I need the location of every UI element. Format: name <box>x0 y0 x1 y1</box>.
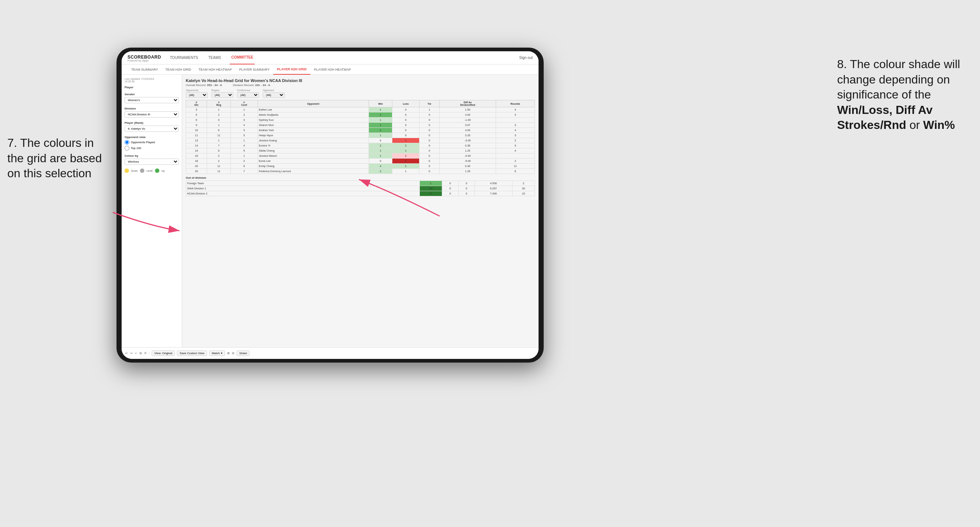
annotation-bold2: Win% <box>923 118 955 132</box>
share-button[interactable]: Share <box>237 351 250 356</box>
table-row: 3 1 1 Esther Lee 1 0 1 1.50 4 <box>186 107 535 113</box>
nav-committee[interactable]: COMMITTEE <box>230 51 255 65</box>
sidebar-player-rank-section: Player (Rank) 8. Katelyn Vo <box>124 121 179 132</box>
view-original-label: View: Original <box>154 352 172 355</box>
filter-region-label: Region <box>212 89 233 92</box>
table-row: NCAA Division 2 5 0 0 7.400 10 <box>186 191 535 196</box>
filter-region-select[interactable]: (All) <box>212 92 233 98</box>
sidebar-colour-by-section: Colour by Win/loss <box>124 154 179 165</box>
colour-label-down: Down <box>131 170 138 172</box>
colour-dot-up <box>155 168 159 173</box>
logo-sub: Powered by clippd <box>127 59 163 62</box>
table-row: 6 3 3 Sydney Kuo 1 0 0 -1.00 <box>186 117 535 123</box>
radio-top100-input[interactable] <box>124 146 129 151</box>
filter-conference-select[interactable]: (All) <box>237 92 259 98</box>
nav-right: Sign out <box>519 56 533 60</box>
tablet-frame: SCOREBOARD Powered by clippd TOURNAMENTS… <box>116 48 544 363</box>
colour-legend: Down Level Up <box>124 168 179 173</box>
th-diff: Diff AvStrokes/Rnd <box>439 100 496 107</box>
sidebar-division-section: Division NCAA Division III <box>124 107 179 117</box>
nav-tournaments[interactable]: TOURNAMENTS <box>169 51 200 65</box>
sub-nav-player-h2h-heatmap[interactable]: PLAYER H2H HEATMAP <box>310 65 355 75</box>
sidebar: Last Updated: 27/03/2024 16:55:38 Player… <box>122 75 182 347</box>
sub-nav: TEAM SUMMARY TEAM H2H GRID TEAM H2H HEAT… <box>122 65 539 75</box>
sidebar-gender-select[interactable]: Women's <box>124 97 179 103</box>
table-row: 16 2 1 Jessica Mason 1 2 0 -0.94 <box>186 154 535 159</box>
toolbar-redo-icon[interactable]: ↪ <box>130 352 133 355</box>
watch-label: Watch <box>212 352 220 355</box>
th-tie: Tie <box>420 100 439 107</box>
nav-links: TOURNAMENTS TEAMS COMMITTEE <box>169 51 520 65</box>
filter-opponent: Opponent (All) <box>262 89 285 98</box>
sub-nav-player-summary[interactable]: PLAYER SUMMARY <box>235 65 273 75</box>
bottom-toolbar: ↩ ↪ ⤺ ⧉ ↺ | View: Original Save Custom V… <box>122 347 539 359</box>
sub-nav-team-summary[interactable]: TEAM SUMMARY <box>127 65 162 75</box>
overall-record: Overall Record: 353 - 34 - 6 <box>186 84 222 87</box>
watch-button[interactable]: Watch ▾ <box>209 351 225 356</box>
toolbar-refresh-icon[interactable]: ↺ <box>144 352 146 355</box>
table-row: 11 11 5 Heejo Hyun 1 0 0 3.33 3 <box>186 133 535 138</box>
th-rounds: Rounds <box>496 100 535 107</box>
sidebar-division-select[interactable]: NCAA Division III <box>124 111 179 117</box>
toolbar-layout-icon[interactable]: ⊟ <box>232 352 234 355</box>
table-row: 18 2 2 Euna Lee 0 1 0 -5.00 2 <box>186 159 535 164</box>
sidebar-player-rank-select[interactable]: 8. Katelyn Vo <box>124 125 179 132</box>
nav-teams[interactable]: TEAMS <box>207 51 223 65</box>
sidebar-division-label: Division <box>124 107 179 110</box>
toolbar-grid-icon[interactable]: ⊞ <box>227 352 230 355</box>
tablet-screen: SCOREBOARD Powered by clippd TOURNAMENTS… <box>122 51 539 359</box>
sub-nav-team-h2h-grid[interactable]: TEAM H2H GRID <box>162 65 195 75</box>
th-opponent: Opponent <box>258 100 369 107</box>
nav-sign-out[interactable]: Sign out <box>519 56 533 60</box>
sidebar-opponent-view-label: Opponent view <box>124 135 179 139</box>
colour-label-up: Up <box>162 170 165 172</box>
th-loss: Loss <box>392 100 420 107</box>
view-original-button[interactable]: View: Original <box>152 351 175 356</box>
th-reg: #Reg <box>207 100 231 107</box>
th-win: Win <box>369 100 392 107</box>
table-row: 14 7 4 Eunice Yi 2 2 0 0.38 9 <box>186 143 535 148</box>
data-table: #Div #Reg #Conf Opponent Win Loss Tie Di… <box>186 100 535 174</box>
toolbar-sep1: | <box>149 352 150 355</box>
colour-dot-level <box>140 168 144 173</box>
table-row: NAIA Division 1 15 0 0 9.267 30 <box>186 186 535 191</box>
top-nav: SCOREBOARD Powered by clippd TOURNAMENTS… <box>122 51 539 65</box>
sub-nav-team-h2h-heatmap[interactable]: TEAM H2H HEATMAP <box>195 65 235 75</box>
save-custom-button[interactable]: Save Custom View <box>177 351 207 356</box>
out-of-division-header: Out of division <box>186 174 535 181</box>
radio-top100[interactable]: Top 100 <box>124 146 179 151</box>
toolbar-undo-icon[interactable]: ↩ <box>125 352 128 355</box>
filter-opponent-label: Opponent <box>262 89 285 92</box>
filter-region: Region (All) <box>212 89 233 98</box>
annotation-left-text: 7. The colours in the grid are based on … <box>7 135 110 181</box>
annotation-right: 8. The colour shade will change dependin… <box>837 57 976 133</box>
filter-opponent-select[interactable]: (All) <box>262 92 285 98</box>
toolbar-copy-icon[interactable]: ⧉ <box>140 352 142 355</box>
logo: SCOREBOARD <box>127 55 161 60</box>
radio-opponents-played-input[interactable] <box>124 140 129 144</box>
share-label: Share <box>239 352 247 355</box>
filters-row: Opponents: (All) Region (All) Conference <box>186 89 535 98</box>
filter-opponents-select[interactable]: (All) <box>186 92 208 98</box>
sidebar-opponent-view-section: Opponent view Opponents Played Top 100 <box>124 135 179 151</box>
report-subtitle: Overall Record: 353 - 34 - 6 Division Re… <box>186 84 535 87</box>
th-conf: #Conf <box>231 100 258 107</box>
radio-opponents-played[interactable]: Opponents Played <box>124 140 179 144</box>
sidebar-colour-by-select[interactable]: Win/loss <box>124 159 179 165</box>
filter-opponents: Opponents: (All) <box>186 89 208 98</box>
sidebar-timestamp: Last Updated: 27/03/2024 16:55:38 <box>124 78 179 83</box>
table-row: 15 8 5 Stella Cheng 1 1 0 1.25 4 <box>186 148 535 154</box>
filter-conference: Conference (All) <box>237 89 259 98</box>
annotation-right-text: 8. The colour shade will change dependin… <box>837 57 976 133</box>
sidebar-gender-section: Gender Women's <box>124 93 179 103</box>
toolbar-step-back-icon[interactable]: ⤺ <box>135 352 137 355</box>
sidebar-player-rank-label: Player (Rank) <box>124 121 179 124</box>
save-custom-label: Save Custom View <box>180 352 204 355</box>
table-row: 20 11 7 Federica Domecq Lacroze 2 1 0 1.… <box>186 169 535 174</box>
table-row: 20 11 6 Emily Chang 4 1 0 0.30 11 <box>186 164 535 169</box>
sub-nav-player-h2h-grid[interactable]: PLAYER H2H GRID <box>273 65 310 75</box>
filter-conference-label: Conference <box>237 89 259 92</box>
sidebar-player-section: Player <box>124 86 179 89</box>
table-row: 9 1 4 Sharon Mun 1 0 0 3.67 3 <box>186 123 535 128</box>
th-div: #Div <box>186 100 207 107</box>
